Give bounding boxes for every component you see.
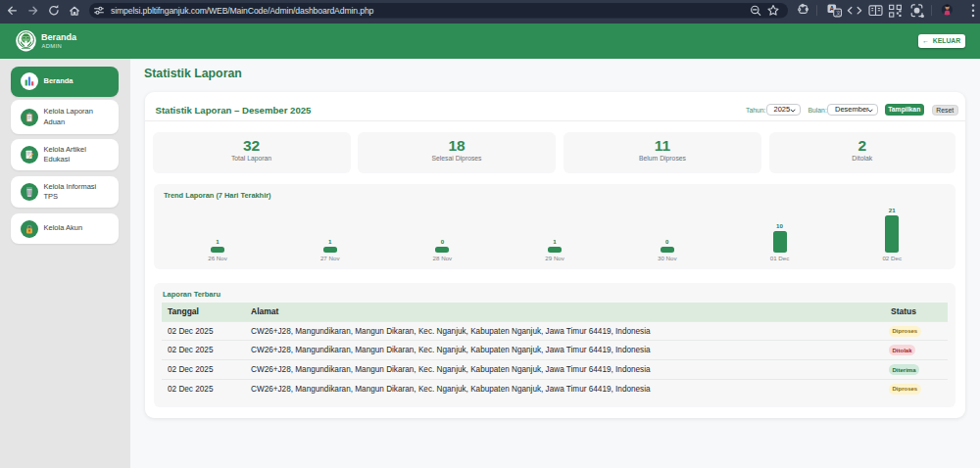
svg-text:simpelsi.pbltifnganjuk.com/WEB: simpelsi.pbltifnganjuk.com/WEB/MainCode/…: [111, 6, 374, 16]
svg-text:文: 文: [836, 10, 842, 16]
